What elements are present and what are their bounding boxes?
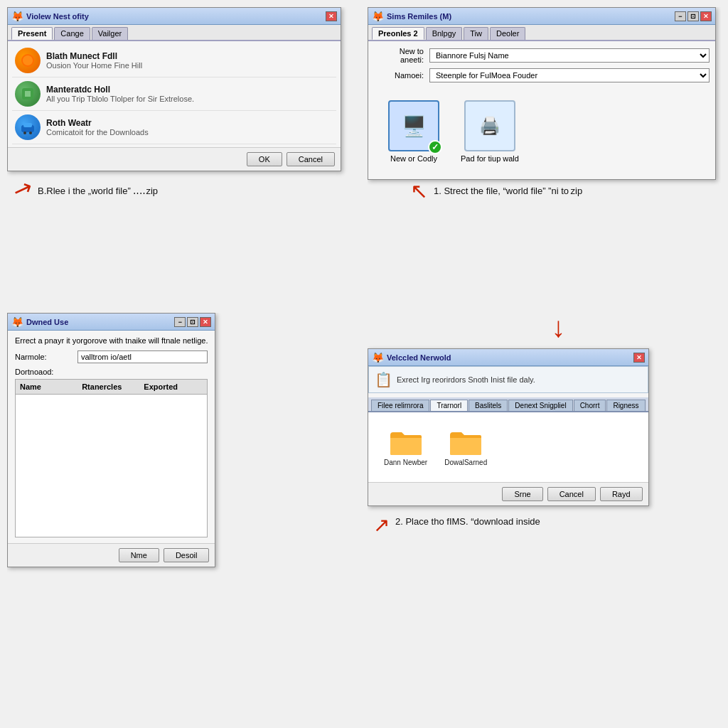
arrow-up-left-icon: ↖ [410, 178, 428, 203]
win4-rayd-btn[interactable]: Rayd [600, 487, 643, 501]
win1-footer: OK Cancel [8, 147, 341, 171]
win4-tab-3[interactable]: Denext Snigpliel [508, 400, 572, 411]
win3-col-exported: Exported [142, 381, 204, 392]
win3-nme-btn[interactable]: Nme [119, 548, 159, 562]
arrow-up-right-icon: ↗ [373, 513, 390, 537]
win2-icon-label-new: New or Codly [390, 154, 437, 163]
win4-titlebar: 🦊 Velccled Nerwold ✕ [368, 349, 648, 366]
top-right-instruction: 1. Strect the file, “world file” ”ni to … [434, 186, 582, 196]
window-velccled: 🦊 Velccled Nerwold ✕ 📋 Exrect Irg reorir… [368, 348, 649, 506]
win4-info-bar: 📋 Exrect Irg reorirdors Snoth Inist file… [368, 366, 648, 393]
monitor-icon: 🖥️ [402, 114, 427, 138]
win2-title: Sims Remiles (M) [387, 12, 451, 21]
win3-col-rtanercles: Rtanercles [80, 381, 142, 392]
list-item-2[interactable]: Roth Weatr Comicatoit for the Downloads [12, 111, 336, 144]
win2-form-row2: Namoei: Steenple for FulMoea Fouder [374, 68, 710, 82]
win1-title: Violew Nest ofity [26, 12, 89, 21]
win3-body: Errect a pnayr it yorgorove with tnaike … [8, 331, 215, 543]
car-icon [20, 119, 36, 135]
win3-table: Name Rtanercles Exported [15, 379, 208, 537]
window-sims: 🦊 Sims Remiles (M) − ⊡ ✕ Preonles 2 Bnlp… [368, 7, 716, 180]
win2-icon-pad[interactable]: 🖨️ Pad for tiup wald [461, 100, 519, 163]
win4-cancel-btn[interactable]: Cancel [547, 487, 596, 501]
win4-tab-2[interactable]: Baslitels [469, 400, 508, 411]
win4-tab-1[interactable]: Trarnorl [430, 400, 468, 411]
win4-app-icon: 🦊 [372, 352, 384, 363]
win2-tab-1[interactable]: Bnlpgy [426, 27, 463, 40]
list-item-1[interactable]: Manteratdc Holl All you Trip Tblolo Tlol… [12, 77, 336, 111]
svg-point-5 [23, 132, 26, 134]
win2-select1[interactable]: Biannore Fulsj Name [429, 48, 710, 63]
win2-icon-label-pad: Pad for tiup wald [461, 154, 519, 163]
win2-tab-2[interactable]: Tiw [464, 27, 488, 40]
win4-content-area: Dann Newber DowalSarned [368, 412, 648, 482]
bottom-right-instruction-area: ↗ 2. Place tho fIMS. “download inside [368, 509, 721, 537]
win1-close-btn[interactable]: ✕ [326, 11, 337, 21]
win3-close-btn[interactable]: ✕ [200, 317, 211, 327]
win2-titlebar: 🦊 Sims Remiles (M) − ⊡ ✕ [368, 8, 715, 25]
list-sub-1: All you Trip Tblolo Tlolper for Sir Extr… [46, 95, 194, 103]
win3-desoil-btn[interactable]: Desoil [164, 548, 210, 562]
win4-folder-0[interactable]: Dann Newber [384, 428, 427, 466]
win3-col-name: Name [18, 381, 80, 392]
win1-tab-vailger[interactable]: Vailger [92, 27, 128, 40]
win1-controls: ✕ [326, 11, 337, 21]
win2-body: New to aneeti: Biannore Fulsj Name Namoe… [368, 41, 715, 179]
win4-tab-0[interactable]: Filee relirnrora [371, 400, 429, 411]
win2-icon-box-new: 🖥️ ✓ [388, 100, 439, 151]
win1-tab-present[interactable]: Present [11, 27, 53, 40]
win3-label1: Narmole: [15, 353, 72, 361]
win3-title: Dwned Use [26, 318, 68, 326]
list-item-0[interactable]: Blath Munect Fdll Ousion Your Home Fine … [12, 44, 336, 77]
win1-cancel-btn[interactable]: Cancel [287, 152, 335, 166]
win3-app-icon: 🦊 [11, 316, 23, 328]
win3-min-btn[interactable]: − [174, 317, 186, 327]
list-title-1: Manteratdc Holl [46, 85, 194, 95]
win4-info-text: Exrect Irg reorirdors Snoth Inist file d… [397, 375, 535, 384]
folder-icon-0 [389, 428, 423, 456]
win2-tab-3[interactable]: Deoler [490, 27, 525, 40]
win4-srne-btn[interactable]: Srne [502, 487, 542, 501]
win1-tab-cange[interactable]: Cange [54, 27, 90, 40]
win2-controls: − ⊡ ✕ [675, 11, 712, 21]
win3-table-header: Name Rtanercles Exported [16, 380, 207, 395]
list-icon-2 [15, 114, 41, 140]
svg-rect-2 [25, 91, 31, 97]
win4-footer: Srne Cancel Rayd [368, 482, 648, 505]
folder-icon-1 [449, 428, 483, 456]
bottom-right-arrow-top: ↓ [368, 313, 721, 346]
window-violew: 🦊 Violew Nest ofity ✕ Present Cange Vail… [7, 7, 341, 171]
list-title-2: Roth Weatr [46, 118, 149, 128]
win4-controls: ✕ [633, 353, 645, 363]
win3-footer: Nme Desoil [8, 543, 215, 567]
list-sub-0: Ousion Your Home Fine Hill [46, 61, 142, 70]
window-dwned: 🦊 Dwned Use − ⊡ ✕ Errect a pnayr it yorg… [7, 313, 215, 567]
win1-app-icon: 🦊 [11, 11, 23, 22]
win2-max-btn[interactable]: ⊡ [687, 11, 699, 21]
win2-label1: New to aneeti: [374, 47, 424, 64]
win2-label2: Namoei: [374, 71, 424, 80]
win4-folder-area: Dann Newber DowalSarned [375, 419, 641, 475]
win3-table-body [16, 395, 207, 537]
list-text-1: Manteratdc Holl All you Trip Tblolo Tlol… [46, 85, 194, 103]
win4-tab-5[interactable]: Rigness [606, 400, 645, 411]
win2-tab-0[interactable]: Preonles 2 [372, 27, 424, 40]
win1-body: Blath Munect Fdll Ousion Your Home Fine … [8, 41, 341, 147]
win2-icon-new[interactable]: 🖥️ ✓ New or Codly [388, 100, 439, 163]
win4-folder-label-0: Dann Newber [384, 459, 427, 466]
list-icon-1 [15, 81, 41, 107]
list-text-2: Roth Weatr Comicatoit for the Downloads [46, 118, 149, 136]
win2-min-btn[interactable]: − [675, 11, 686, 21]
win4-close-btn[interactable]: ✕ [633, 353, 645, 363]
win4-folder-1[interactable]: DowalSarned [444, 428, 487, 466]
win3-controls: − ⊡ ✕ [174, 317, 211, 327]
win2-select2[interactable]: Steenple for FulMoea Fouder [429, 68, 710, 82]
win4-title: Velccled Nerwold [387, 353, 451, 362]
info-icon: 📋 [375, 371, 392, 388]
win3-max-btn[interactable]: ⊡ [187, 317, 198, 327]
svg-rect-4 [23, 123, 32, 127]
win2-close-btn[interactable]: ✕ [700, 11, 712, 21]
win3-input1[interactable] [77, 350, 208, 363]
win1-ok-btn[interactable]: OK [247, 152, 282, 166]
win4-tab-4[interactable]: Chorrt [574, 400, 606, 411]
